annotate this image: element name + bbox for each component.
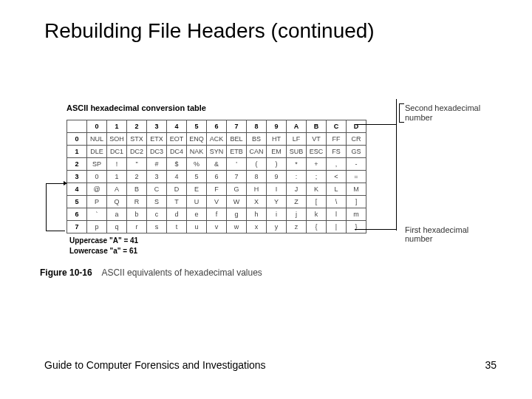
arrow-line bbox=[46, 231, 65, 231]
note-lower: Lowercase "a" = 61 bbox=[69, 247, 137, 255]
slide: Rebuilding File Headers (continued) ASCI… bbox=[0, 0, 532, 399]
separator-line bbox=[396, 99, 397, 231]
bracket-icon bbox=[399, 103, 404, 123]
arrow-tip-icon bbox=[64, 181, 67, 185]
footer-left: Guide to Computer Forensics and Investig… bbox=[44, 359, 266, 371]
arrow-line bbox=[46, 183, 65, 184]
figure-area: ASCII hexadecimal conversion table 01234… bbox=[37, 96, 495, 281]
ascii-table: 0123456789ABCD0NULSOHSTXETXEOTENQACKBELB… bbox=[66, 120, 366, 233]
figure-caption: Figure 10-16 ASCII equivalents of hexade… bbox=[40, 267, 262, 278]
page-number: 35 bbox=[485, 359, 497, 371]
figure-caption-text: ASCII equivalents of hexadecimal values bbox=[101, 267, 262, 278]
note-upper: Uppercase "A" = 41 bbox=[69, 236, 138, 245]
slide-title: Rebuilding File Headers (continued) bbox=[44, 19, 375, 43]
callout-second: Second hexadecimal number bbox=[405, 103, 480, 123]
table-title: ASCII hexadecimal conversion table bbox=[66, 103, 206, 112]
lead-line bbox=[355, 124, 396, 125]
lead-line bbox=[355, 229, 396, 230]
arrow-line bbox=[46, 183, 47, 231]
figure-number: Figure 10-16 bbox=[40, 267, 92, 278]
callout-first: First hexadecimal number bbox=[405, 225, 495, 243]
